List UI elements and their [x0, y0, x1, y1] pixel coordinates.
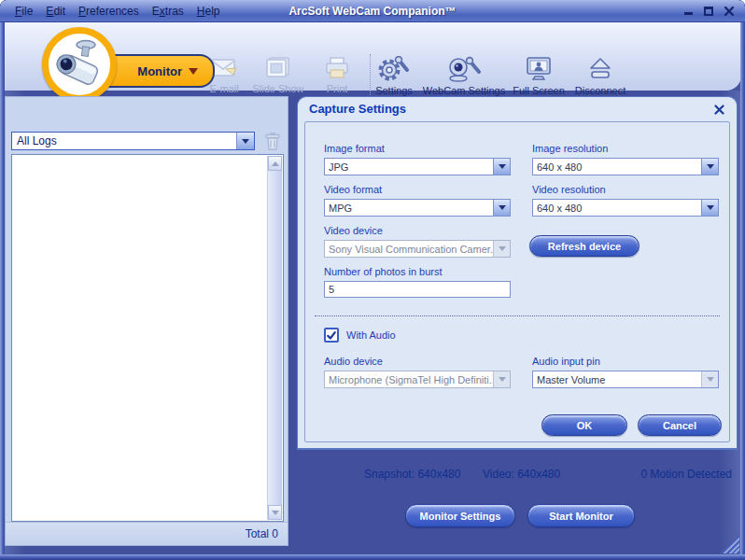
monitor-dropdown-icon [189, 68, 198, 75]
audio-device-label: Audio device [324, 356, 383, 367]
with-audio-label: With Audio [346, 329, 396, 341]
webcam-settings-button[interactable]: WebCam Settings [422, 56, 506, 96]
video-format-select[interactable]: MPG [324, 199, 511, 217]
audio-device-select: Microphone (SigmaTel High Definiti... [324, 371, 511, 388]
log-filter-value: All Logs [12, 134, 236, 147]
menu-help[interactable]: Help [197, 5, 220, 18]
menu-extras[interactable]: Extras [152, 5, 184, 18]
full-screen-button[interactable]: Full Screen [513, 56, 565, 96]
video-resolution-select[interactable]: 640 x 480 [532, 199, 719, 217]
dialog-close-icon [714, 105, 724, 115]
slide-show-button: Slide Show [248, 56, 308, 94]
webcam-settings-icon [445, 56, 483, 82]
print-button: Print [312, 56, 362, 94]
capture-settings-dialog: Capture Settings Image format JPG Image … [297, 96, 738, 450]
video-device-select: Sony Visual Communication Camer... [324, 240, 511, 258]
with-audio-checkbox[interactable] [324, 328, 339, 343]
video-resolution-status: Video: 640x480 [483, 468, 560, 481]
video-format-dropdown-icon[interactable] [493, 200, 510, 216]
log-total-label: Total 0 [246, 527, 278, 540]
section-divider [315, 315, 720, 316]
scroll-down-icon [272, 511, 279, 515]
video-resolution-dropdown-icon[interactable] [701, 200, 718, 216]
image-resolution-label: Image resolution [532, 143, 608, 154]
snapshot-resolution-status: Snapshot: 640x480 [364, 468, 460, 481]
close-icon [724, 6, 735, 17]
menu-bar: File Edit Preferences Extras Help [0, 5, 220, 18]
image-format-select[interactable]: JPG [324, 158, 511, 175]
dialog-title: Capture Settings [309, 102, 406, 116]
scroll-down-button[interactable] [268, 505, 282, 520]
menu-preferences[interactable]: Preferences [78, 5, 139, 18]
burst-count-input[interactable] [324, 281, 511, 298]
menu-edit[interactable]: Edit [46, 5, 65, 18]
print-icon [323, 56, 351, 80]
start-monitor-button[interactable]: Start Monitor [527, 504, 635, 527]
scroll-up-icon [272, 161, 279, 166]
image-resolution-dropdown-icon[interactable] [701, 159, 718, 175]
image-format-label: Image format [324, 143, 385, 154]
window-frame-bottom [0, 554, 745, 560]
video-device-label: Video device [324, 225, 383, 236]
video-device-dropdown-icon [493, 241, 510, 257]
motion-detected-status: 0 Motion Detected [641, 468, 732, 481]
audio-input-pin-label: Audio input pin [532, 356, 600, 367]
dialog-close-button[interactable] [712, 103, 725, 116]
menu-file[interactable]: File [15, 5, 33, 18]
image-format-dropdown-icon[interactable] [493, 159, 510, 175]
delete-log-button [262, 131, 285, 151]
disconnect-eject-icon [586, 56, 614, 82]
cancel-button[interactable]: Cancel [638, 414, 722, 436]
full-screen-icon [524, 56, 554, 82]
log-total-bar: Total 0 [6, 522, 288, 545]
settings-button[interactable]: Settings [370, 56, 418, 96]
checkmark-icon [326, 329, 337, 342]
monitor-settings-button[interactable]: Monitor Settings [405, 504, 515, 527]
maximize-icon [704, 7, 713, 16]
app-window: File Edit Preferences Extras Help ArcSof… [0, 0, 745, 560]
monitor-tab-label: Monitor [137, 64, 182, 78]
audio-input-pin-select: Master Volume [532, 371, 719, 388]
log-filter-dropdown-icon[interactable] [236, 133, 254, 149]
slide-show-icon [264, 56, 292, 80]
video-format-label: Video format [324, 184, 382, 195]
refresh-device-button[interactable]: Refresh device [529, 235, 640, 257]
close-button[interactable] [723, 4, 736, 17]
webcam-logo-icon [52, 37, 106, 91]
minimize-icon [684, 12, 693, 15]
log-list[interactable] [11, 154, 284, 522]
video-resolution-label: Video resolution [532, 184, 606, 195]
logs-panel: All Logs Total 0 [5, 96, 288, 546]
title-bar: File Edit Preferences Extras Help ArcSof… [0, 0, 745, 22]
minimize-button[interactable] [682, 4, 695, 17]
scroll-up-button[interactable] [268, 156, 282, 171]
disconnect-button[interactable]: Disconnect [570, 56, 630, 96]
image-resolution-select[interactable]: 640 x 480 [532, 158, 719, 175]
window-frame-left [0, 22, 5, 560]
settings-gear-icon [377, 56, 411, 82]
maximize-button[interactable] [702, 4, 715, 17]
ok-button[interactable]: OK [541, 414, 627, 436]
audio-input-pin-dropdown-icon [701, 371, 718, 387]
audio-device-dropdown-icon [493, 371, 510, 387]
log-list-scrollbar[interactable] [267, 156, 282, 520]
trash-icon [263, 131, 282, 151]
with-audio-checkbox-row: With Audio [324, 328, 396, 343]
window-frame-right [740, 22, 745, 560]
burst-count-label: Number of photos in burst [324, 266, 443, 277]
webcam-logo-badge [42, 27, 117, 102]
dialog-body: Image format JPG Image resolution 640 x … [304, 121, 730, 442]
log-filter-select[interactable]: All Logs [11, 132, 255, 150]
